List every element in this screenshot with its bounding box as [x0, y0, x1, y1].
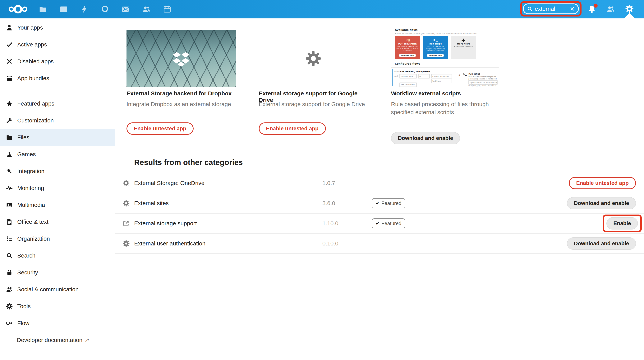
calendar-app-icon[interactable] [159, 1, 176, 18]
enable-button[interactable]: Enable [606, 217, 638, 230]
check-icon: ✔ [376, 221, 380, 226]
apps-sidebar: Your apps Active apps Disabled apps App … [0, 19, 115, 360]
featured-badge: ✔Featured [372, 198, 405, 208]
featured-badge: ✔Featured [372, 218, 405, 228]
settings-button[interactable] [625, 4, 635, 14]
talk-app-icon[interactable] [96, 1, 114, 18]
sidebar-item-security[interactable]: Security [0, 264, 114, 281]
sidebar-item-social-communication[interactable]: Social & communication [0, 281, 114, 298]
header-app-nav [34, 0, 176, 19]
gear-icon [122, 199, 130, 207]
user-icon [6, 24, 13, 31]
app-card-title: Workflow external scripts [391, 90, 500, 97]
magnifier-icon [6, 252, 13, 259]
wf-flow-card-script: >_ Run script Pass files to external scr… [423, 36, 448, 59]
bundle-icon [6, 75, 13, 82]
table-row-external-storage-onedrive: External Storage: OneDrive 1.0.7 Enable … [115, 173, 644, 193]
app-version: 3.6.0 [322, 200, 335, 207]
check-icon [6, 41, 13, 48]
nextcloud-logo-icon[interactable] [8, 4, 28, 15]
app-card-summary: Rule based processing of files through s… [391, 100, 502, 116]
sidebar-item-games[interactable]: Games [0, 146, 114, 163]
app-card-summary: Integrate Dropbox as an external storage [126, 100, 238, 108]
dropbox-app-screenshot [126, 30, 236, 87]
sidebar-item-customization[interactable]: Customization [0, 112, 114, 129]
files-app-icon[interactable] [34, 1, 51, 18]
developer-documentation-label: Developer documentation [17, 337, 82, 343]
wf-form-mock: When File created , File updated and Fil… [391, 68, 499, 87]
sidebar-item-monitoring[interactable]: Monitoring [0, 179, 114, 197]
gear-icon [625, 4, 635, 14]
pulse-icon [6, 185, 13, 192]
lock-icon [6, 269, 13, 276]
add-new-flow-pill: Add new flow [399, 54, 416, 57]
sidebar-item-integration[interactable]: Integration [0, 163, 114, 179]
contacts-icon [606, 5, 615, 14]
developer-documentation-link[interactable]: Developer documentation ↗ [0, 332, 114, 348]
add-new-flow-pill: Add new flow [427, 54, 444, 57]
document-icon [6, 218, 13, 226]
sidebar-item-active-apps[interactable]: Active apps [0, 36, 114, 53]
wf-flow-card-pdf: ➜▯ PDF conversion Convert documents into… [395, 36, 420, 59]
gear-icon [6, 303, 13, 310]
sidebar-item-flow[interactable]: Flow [0, 315, 114, 332]
check-icon: ✔ [376, 201, 380, 206]
notification-dot [594, 4, 598, 8]
clear-search-icon[interactable]: ✕ [570, 6, 574, 12]
activity-app-icon[interactable] [76, 1, 93, 18]
mail-app-icon[interactable] [117, 1, 134, 18]
enable-untested-app-button[interactable]: Enable untested app [569, 177, 636, 189]
app-name: External Storage: OneDrive [134, 180, 204, 186]
search-annotation-box: ✕ [520, 1, 582, 17]
wf-subheading: For details on how to write your own flo… [395, 33, 478, 35]
download-and-enable-button[interactable]: Download and enable [391, 132, 460, 144]
app-name: External storage support [134, 220, 197, 227]
sidebar-item-search[interactable]: Search [0, 247, 114, 264]
results-heading: Results from other categories [134, 158, 243, 167]
contacts-app-icon[interactable] [138, 1, 155, 18]
results-table: External Storage: OneDrive 1.0.7 Enable … [115, 173, 644, 254]
enable-untested-app-button[interactable]: Enable untested app [126, 122, 194, 135]
sidebar-item-disabled-apps[interactable]: Disabled apps [0, 53, 114, 70]
download-and-enable-button[interactable]: Download and enable [567, 237, 636, 250]
contacts-menu-button[interactable] [606, 5, 615, 14]
wf-configured-heading: Configured flows [395, 62, 420, 65]
notifications-button[interactable] [587, 5, 596, 14]
sidebar-item-files[interactable]: Files [0, 129, 114, 146]
app-name: External sites [134, 200, 169, 207]
wf-flow-card-more: + More flows Browse the app store [451, 36, 476, 59]
plug-icon [6, 167, 13, 175]
enable-untested-app-button[interactable]: Enable untested app [259, 122, 326, 135]
app-version: 1.10.0 [322, 220, 338, 227]
app-version: 0.10.0 [322, 240, 338, 247]
sidebar-item-featured-apps[interactable]: Featured apps [0, 95, 114, 112]
external-icon [122, 220, 130, 227]
sidebar-item-office-text[interactable]: Office & text [0, 213, 114, 230]
download-and-enable-button[interactable]: Download and enable [567, 197, 636, 209]
app-version: 1.0.7 [322, 180, 335, 186]
enable-annotation-box: Enable [602, 215, 642, 232]
dropbox-logo-icon [172, 52, 190, 68]
people-icon [6, 286, 13, 293]
table-row-external-storage-support: External storage support 1.10.0 ✔Feature… [115, 213, 644, 233]
unified-search[interactable]: ✕ [523, 4, 579, 14]
app-card-summary: External storage support for Google Driv… [259, 100, 370, 108]
photos-app-icon[interactable] [55, 1, 72, 18]
terminal-icon: >_ [423, 37, 448, 43]
plus-icon: + [451, 37, 476, 43]
wf-heading: Available flows [395, 28, 418, 32]
search-icon [527, 6, 532, 12]
sidebar-item-app-bundles[interactable]: App bundles [0, 70, 114, 87]
search-input[interactable] [535, 6, 568, 12]
sidebar-item-your-apps[interactable]: Your apps [0, 19, 114, 36]
top-bar: ✕ [0, 0, 644, 19]
app-name: External user authentication [134, 240, 206, 247]
gear-placeholder-icon [304, 50, 322, 67]
app-placeholder-thumb [259, 30, 368, 87]
image-icon [6, 201, 13, 209]
sidebar-item-multimedia[interactable]: Multimedia [0, 197, 114, 213]
sidebar-item-tools[interactable]: Tools [0, 298, 114, 315]
gear-icon [122, 179, 130, 187]
list-icon [6, 235, 13, 242]
sidebar-item-organization[interactable]: Organization [0, 230, 114, 247]
